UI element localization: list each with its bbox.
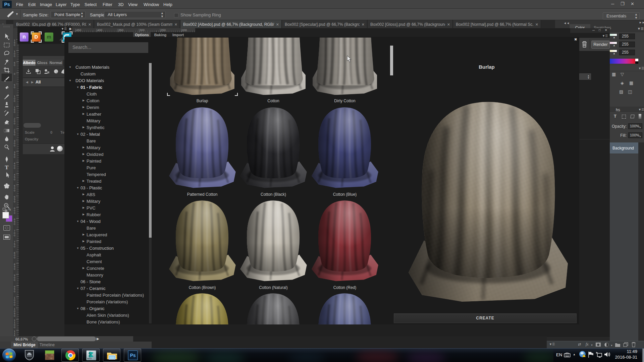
svg-text:T: T	[5, 164, 9, 171]
